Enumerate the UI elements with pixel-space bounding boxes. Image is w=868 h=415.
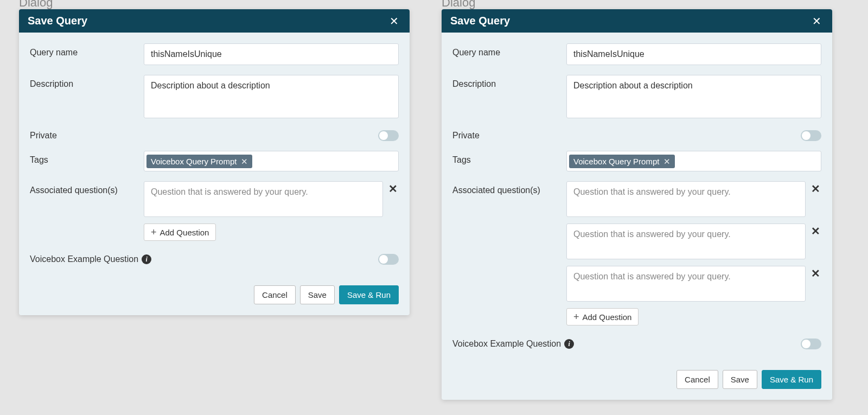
associated-questions-label: Associated question(s) (452, 181, 566, 195)
save-query-dialog: Save Query ✕ Query name Description Priv… (442, 9, 832, 400)
dialog-footer: Cancel Save Save & Run (19, 285, 410, 315)
dialog-body: Query name Description Private Tags Voic… (19, 33, 410, 285)
save-button[interactable]: Save (300, 285, 335, 304)
tag-remove-icon[interactable]: ✕ (241, 157, 248, 165)
question-row: ✕ (144, 181, 399, 217)
tags-row: Tags Voicebox Query Prompt ✕ (30, 151, 399, 171)
question-input[interactable] (566, 224, 806, 259)
save-query-dialog: Save Query ✕ Query name Description Priv… (19, 9, 410, 315)
close-icon[interactable]: ✕ (387, 16, 401, 27)
query-name-input[interactable] (566, 43, 821, 65)
dialog-header: Save Query ✕ (19, 9, 410, 33)
add-question-button[interactable]: + Add Question (144, 224, 216, 241)
dialog-header: Save Query ✕ (442, 9, 832, 33)
question-remove-icon[interactable]: ✕ (387, 181, 399, 196)
tags-input[interactable]: Voicebox Query Prompt ✕ (566, 151, 821, 171)
tags-label: Tags (30, 151, 144, 165)
query-name-label: Query name (452, 43, 566, 58)
description-label: Description (452, 75, 566, 89)
private-toggle[interactable] (378, 130, 399, 141)
info-icon[interactable]: i (564, 339, 574, 349)
question-row: ✕ (566, 181, 821, 217)
description-row: Description (30, 75, 399, 120)
private-label: Private (30, 131, 144, 141)
private-toggle[interactable] (801, 130, 821, 141)
page-label: Dialog (19, 0, 53, 10)
voicebox-row: Voicebox Example Question i (452, 339, 821, 349)
tag-chip: Voicebox Query Prompt ✕ (569, 155, 675, 168)
private-row: Private (30, 130, 399, 141)
plus-icon: + (151, 227, 157, 237)
associated-questions-label: Associated question(s) (30, 181, 144, 195)
voicebox-row: Voicebox Example Question i (30, 254, 399, 265)
voicebox-toggle[interactable] (801, 339, 821, 349)
save-run-button[interactable]: Save & Run (762, 370, 821, 389)
description-input[interactable] (566, 75, 821, 118)
query-name-row: Query name (30, 43, 399, 65)
info-icon[interactable]: i (142, 254, 151, 264)
private-label: Private (452, 131, 566, 141)
dialog-footer: Cancel Save Save & Run (442, 370, 832, 400)
add-question-label: Add Question (160, 228, 209, 237)
associated-questions-row: Associated question(s) ✕ + Add Question (30, 181, 399, 241)
save-run-button[interactable]: Save & Run (339, 285, 399, 304)
tag-label: Voicebox Query Prompt (573, 157, 659, 166)
description-label: Description (30, 75, 144, 89)
question-input[interactable] (144, 181, 383, 217)
voicebox-toggle[interactable] (378, 254, 399, 265)
tags-input[interactable]: Voicebox Query Prompt ✕ (144, 151, 399, 171)
tags-label: Tags (452, 151, 566, 165)
description-row: Description (452, 75, 821, 120)
close-icon[interactable]: ✕ (810, 16, 824, 27)
add-question-button[interactable]: + Add Question (566, 308, 639, 325)
description-input[interactable] (144, 75, 399, 118)
cancel-button[interactable]: Cancel (254, 285, 296, 304)
voicebox-label: Voicebox Example Question (452, 339, 561, 349)
save-button[interactable]: Save (723, 370, 757, 389)
cancel-button[interactable]: Cancel (676, 370, 718, 389)
dialog-body: Query name Description Private Tags Voic… (442, 33, 832, 370)
question-remove-icon[interactable]: ✕ (810, 181, 821, 196)
voicebox-label-wrap: Voicebox Example Question i (30, 254, 151, 264)
tag-chip: Voicebox Query Prompt ✕ (146, 155, 252, 168)
tag-label: Voicebox Query Prompt (151, 157, 237, 166)
question-remove-icon[interactable]: ✕ (810, 224, 821, 239)
question-row: ✕ (566, 266, 821, 302)
page-label: Dialog (442, 0, 475, 10)
tags-row: Tags Voicebox Query Prompt ✕ (452, 151, 821, 171)
question-row: ✕ (566, 224, 821, 259)
query-name-label: Query name (30, 43, 144, 58)
voicebox-label-wrap: Voicebox Example Question i (452, 339, 574, 349)
query-name-input[interactable] (144, 43, 399, 65)
add-question-label: Add Question (583, 312, 632, 322)
dialog-title: Save Query (28, 15, 87, 27)
associated-questions-row: Associated question(s) ✕ ✕ ✕ + Add Quest… (452, 181, 821, 325)
question-input[interactable] (566, 266, 806, 302)
question-input[interactable] (566, 181, 806, 217)
private-row: Private (452, 130, 821, 141)
query-name-row: Query name (452, 43, 821, 65)
voicebox-label: Voicebox Example Question (30, 254, 138, 264)
dialog-title: Save Query (450, 15, 510, 27)
question-remove-icon[interactable]: ✕ (810, 266, 821, 281)
plus-icon: + (573, 312, 579, 322)
tag-remove-icon[interactable]: ✕ (663, 157, 671, 165)
